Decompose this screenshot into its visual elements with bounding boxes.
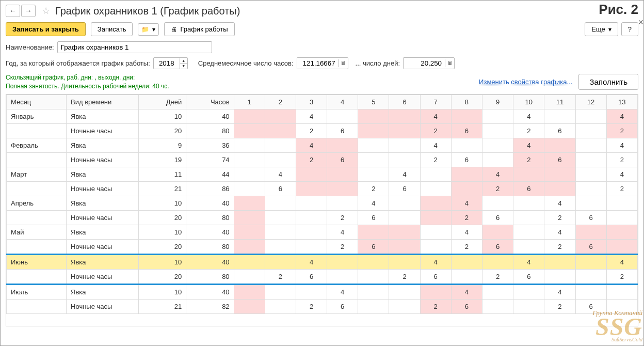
cell-day[interactable]	[606, 196, 637, 210]
cell-day[interactable]: 4	[451, 225, 482, 239]
cell-day[interactable]	[575, 152, 606, 167]
cell-day[interactable]	[327, 167, 358, 181]
cell-day[interactable]	[544, 181, 575, 196]
cell-day[interactable]	[234, 210, 265, 225]
cell-day[interactable]	[389, 152, 420, 167]
cell-day[interactable]: 6	[327, 123, 358, 138]
cell-day[interactable]	[327, 254, 358, 269]
cell-day[interactable]: 6	[513, 181, 544, 196]
cell-day[interactable]: 4	[327, 284, 358, 299]
table-row[interactable]: Ночные часы2186626262	[7, 181, 638, 196]
cell-day[interactable]	[575, 225, 606, 239]
cell-day[interactable]: 4	[451, 284, 482, 299]
cell-day[interactable]	[420, 167, 451, 181]
cell-day[interactable]	[265, 254, 296, 269]
cell-day[interactable]	[265, 123, 296, 138]
cell-day[interactable]: 6	[358, 239, 389, 254]
cell-day[interactable]: 2	[606, 181, 637, 196]
cell-day[interactable]	[234, 196, 265, 210]
cell-day[interactable]: 4	[296, 138, 327, 152]
cell-day[interactable]: 6	[482, 210, 513, 225]
cell-day[interactable]	[575, 196, 606, 210]
cell-day[interactable]: 2	[296, 152, 327, 167]
cell-day[interactable]: 6	[544, 152, 575, 167]
cell-day[interactable]	[544, 269, 575, 284]
cell-day[interactable]	[513, 225, 544, 239]
cell-day[interactable]	[513, 196, 544, 210]
print-schedule-button[interactable]: 🖨График работы	[164, 22, 234, 36]
cell-day[interactable]	[420, 284, 451, 299]
cell-day[interactable]: 2	[513, 123, 544, 138]
edit-schedule-link[interactable]: Изменить свойства графика...	[479, 78, 572, 86]
year-input[interactable]	[154, 58, 180, 69]
cell-day[interactable]: 2	[606, 123, 637, 138]
table-row[interactable]: Ночные часы2080262626	[7, 239, 638, 254]
schedule-table-wrap[interactable]: МесяцВид времениДнейЧасов123456789101112…	[6, 94, 638, 326]
cell-day[interactable]	[234, 109, 265, 123]
spinner-down[interactable]: ▼	[180, 64, 187, 69]
cell-day[interactable]	[358, 225, 389, 239]
cell-day[interactable]	[358, 167, 389, 181]
cell-day[interactable]	[575, 254, 606, 269]
table-row[interactable]: Ночные часы20802626262	[7, 123, 638, 138]
table-row[interactable]: ИюньЯвка10404444	[7, 254, 638, 269]
avg-hours-field[interactable]: 🖩	[297, 57, 348, 69]
cell-day[interactable]	[296, 210, 327, 225]
cell-day[interactable]	[575, 284, 606, 299]
cell-day[interactable]: 6	[575, 299, 606, 313]
cell-day[interactable]	[296, 225, 327, 239]
cell-day[interactable]	[296, 196, 327, 210]
cell-day[interactable]	[265, 284, 296, 299]
cell-day[interactable]	[575, 138, 606, 152]
cell-day[interactable]	[513, 210, 544, 225]
cell-day[interactable]	[575, 269, 606, 284]
cell-day[interactable]: 4	[606, 109, 637, 123]
cell-day[interactable]	[234, 167, 265, 181]
cell-day[interactable]: 2	[420, 152, 451, 167]
cell-day[interactable]	[482, 109, 513, 123]
calculator-icon[interactable]: 🖩	[339, 59, 348, 67]
cell-day[interactable]	[234, 299, 265, 313]
cell-day[interactable]	[420, 210, 451, 225]
table-row[interactable]: МартЯвка11444444	[7, 167, 638, 181]
cell-day[interactable]	[482, 284, 513, 299]
cell-day[interactable]	[420, 181, 451, 196]
cell-day[interactable]: 6	[482, 239, 513, 254]
cell-day[interactable]: 2	[451, 210, 482, 225]
cell-day[interactable]	[296, 284, 327, 299]
cell-day[interactable]: 4	[358, 196, 389, 210]
cell-day[interactable]: 4	[606, 167, 637, 181]
cell-day[interactable]	[389, 254, 420, 269]
cell-day[interactable]	[575, 181, 606, 196]
cell-day[interactable]: 6	[265, 181, 296, 196]
table-row[interactable]: ЯнварьЯвка10404444	[7, 109, 638, 123]
cell-day[interactable]: 2	[451, 239, 482, 254]
cell-day[interactable]	[451, 109, 482, 123]
cell-day[interactable]	[234, 269, 265, 284]
calculator-icon[interactable]: 🖩	[445, 59, 454, 67]
cell-day[interactable]: 4	[327, 225, 358, 239]
nav-forward-button[interactable]: →	[21, 5, 36, 17]
cell-day[interactable]	[389, 239, 420, 254]
cell-day[interactable]	[482, 225, 513, 239]
cell-day[interactable]	[358, 123, 389, 138]
cell-day[interactable]: 4	[265, 167, 296, 181]
cell-day[interactable]	[451, 254, 482, 269]
cell-day[interactable]	[265, 225, 296, 239]
cell-day[interactable]	[575, 123, 606, 138]
cell-day[interactable]	[265, 196, 296, 210]
cell-day[interactable]: 6	[327, 152, 358, 167]
cell-day[interactable]: 4	[544, 284, 575, 299]
cell-day[interactable]	[358, 109, 389, 123]
cell-day[interactable]	[606, 210, 637, 225]
cell-day[interactable]	[234, 123, 265, 138]
cell-day[interactable]	[420, 196, 451, 210]
cell-day[interactable]	[234, 152, 265, 167]
cell-day[interactable]	[389, 138, 420, 152]
spinner-up[interactable]: ▲	[180, 58, 187, 64]
table-row[interactable]: Ночные часы19742626262	[7, 152, 638, 167]
cell-day[interactable]	[606, 239, 637, 254]
cell-day[interactable]	[544, 138, 575, 152]
cell-day[interactable]	[358, 269, 389, 284]
cell-day[interactable]	[451, 167, 482, 181]
